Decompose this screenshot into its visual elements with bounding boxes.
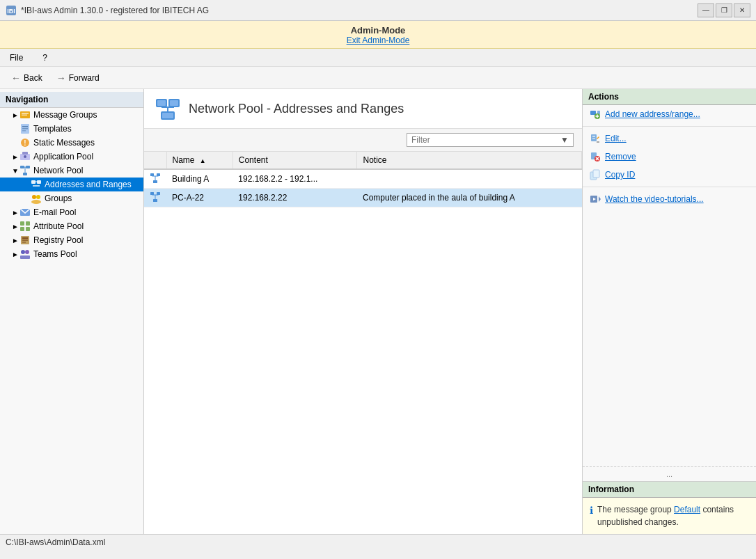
toolbar: ← Back → Forward [0,67,756,89]
actions-panel: Actions Add new address/range... [582,89,756,534]
back-label: Back [24,73,42,83]
svg-rect-16 [23,173,27,175]
toggle-email-pool[interactable]: ► [11,209,19,216]
svg-rect-48 [153,180,157,183]
svg-text:IBI: IBI [7,8,15,15]
remove-label[interactable]: Remove [605,152,636,162]
action-divider-1 [583,126,756,127]
col-notice-label: Notice [363,155,386,165]
menu-help[interactable]: ? [38,52,52,64]
sidebar-item-static-messages[interactable]: ! Static Messages [0,136,143,150]
registry-pool-label: Registry Pool [33,235,83,245]
add-address-label[interactable]: Add new address/range... [605,109,700,119]
svg-marker-64 [597,136,599,139]
filter-bar: ▼ [144,129,582,152]
svg-rect-19 [31,180,36,184]
filter-input[interactable] [407,134,556,146]
forward-arrow-icon: → [56,72,66,84]
actions-more-indicator: ... [583,466,756,481]
network-pool-icon [19,165,31,176]
toggle-message-groups[interactable]: ► [11,111,19,119]
toggle-teams-pool[interactable]: ► [11,251,19,258]
restore-button[interactable]: ❒ [716,3,732,17]
row1-notice [357,169,582,189]
app-title: IBI *IBI-aws Admin 1.30.0 - registered f… [6,5,209,16]
svg-point-23 [32,195,36,199]
sidebar-item-email-pool[interactable]: ► E-mail Pool [0,205,143,219]
svg-rect-3 [22,113,29,114]
info-text-before: The message group [597,505,674,514]
svg-rect-29 [20,227,24,231]
col-notice[interactable]: Notice [357,152,582,169]
col-content[interactable]: Content [233,152,357,169]
sidebar-item-attribute-pool[interactable]: ► Attribute Pool [0,219,143,233]
svg-text:!: ! [24,139,26,147]
title-label: *IBI-aws Admin 1.30.0 - registered for I… [21,6,209,15]
minimize-button[interactable]: — [698,3,714,17]
content-header: Network Pool - Addresses and Ranges [144,89,582,129]
sort-arrow-icon: ▲ [200,157,206,164]
addresses-ranges-icon [31,179,42,190]
info-default-link[interactable]: Default [674,505,700,514]
svg-rect-52 [157,192,160,195]
edit-label[interactable]: Edit... [605,134,627,143]
groups-label: Groups [45,194,72,203]
back-button[interactable]: ← Back [6,70,48,86]
sidebar-item-templates[interactable]: Templates [0,122,143,136]
sidebar-item-network-pool[interactable]: ▼ Network Pool [0,164,143,178]
svg-marker-73 [599,196,601,202]
navigation-sidebar: Navigation ► Message Groups Templates ! … [0,89,144,534]
forward-label: Forward [69,73,100,83]
svg-rect-20 [37,180,41,184]
admin-banner: Admin-Mode Exit Admin-Mode [0,21,756,49]
svg-point-36 [25,250,29,254]
table-row[interactable]: PC-A-22 192.168.2.22 Computer placed in … [144,189,582,207]
sidebar-item-application-pool[interactable]: ► Application Pool [0,150,143,164]
svg-rect-6 [22,126,28,127]
back-arrow-icon: ← [11,72,21,84]
copy-id-label[interactable]: Copy ID [605,170,635,180]
sidebar-item-message-groups[interactable]: ► Message Groups [0,108,143,122]
information-title: Information [583,482,756,498]
templates-icon [19,123,31,134]
watch-tutorials-label[interactable]: Watch the video-tutorials... [605,194,704,204]
action-watch-tutorials[interactable]: Watch the video-tutorials... [583,190,756,208]
sidebar-item-teams-pool[interactable]: ► Teams Pool [0,247,143,261]
svg-rect-21 [33,185,40,187]
toggle-network-pool[interactable]: ▼ [11,167,19,175]
info-icon: ℹ [590,503,593,528]
menu-file[interactable]: File [6,52,27,64]
action-divider-2 [583,187,756,187]
sidebar-item-registry-pool[interactable]: ► Registry Pool [0,233,143,247]
table-row[interactable]: Building A 192.168.2.2 - 192.1... [144,169,582,189]
table-header-row: Name ▲ Content Notice [144,152,582,169]
info-text: The message group Default contains unpub… [597,503,749,528]
forward-button[interactable]: → Forward [51,70,105,86]
toggle-registry-pool[interactable]: ► [11,237,19,244]
action-copy-id[interactable]: Copy ID [583,166,756,184]
app-icon: IBI [6,5,17,16]
action-remove[interactable]: Remove [583,148,756,166]
network-pool-label: Network Pool [33,166,83,175]
filter-icon: ▼ [556,134,573,146]
svg-point-35 [21,250,25,254]
svg-rect-45 [162,113,173,118]
row2-icon-cell [144,189,166,207]
toggle-attribute-pool[interactable]: ► [11,223,19,230]
sidebar-item-addresses-ranges[interactable]: Addresses and Ranges [0,178,143,191]
content-area: Network Pool - Addresses and Ranges ▼ Na… [144,89,582,534]
col-name[interactable]: Name ▲ [166,152,233,169]
action-add-address[interactable]: Add new address/range... [583,105,756,123]
toggle-application-pool[interactable]: ► [11,153,19,161]
sidebar-item-groups[interactable]: Groups [0,191,143,205]
page-icon [155,96,180,121]
message-groups-label: Message Groups [33,110,97,120]
exit-admin-link[interactable]: Exit Admin-Mode [0,36,756,45]
close-button[interactable]: ✕ [734,3,750,17]
add-address-icon [590,109,601,120]
action-edit[interactable]: Edit... [583,129,756,148]
address-table: Name ▲ Content Notice [144,152,582,207]
svg-rect-43 [157,100,166,106]
remove-icon [590,151,601,162]
svg-rect-32 [22,237,28,239]
